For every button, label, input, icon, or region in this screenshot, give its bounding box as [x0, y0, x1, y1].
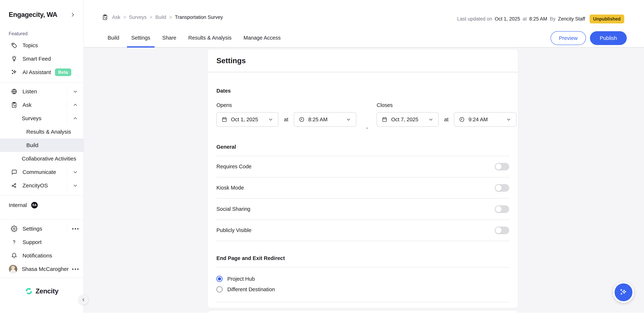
sidebar-item-settings[interactable]: Settings	[0, 222, 84, 235]
sidebar-item-notifications[interactable]: Notifications	[0, 249, 84, 262]
chat-bubble-icon	[11, 169, 18, 175]
sidebar-item-label: Results & Analysis	[26, 129, 71, 135]
ellipsis-icon	[72, 228, 78, 229]
divider	[0, 278, 84, 278]
ai-assistant-fab[interactable]	[613, 282, 634, 303]
radio-different-destination[interactable]: Different Destination	[216, 284, 509, 295]
sidebar-collapse-button[interactable]	[78, 295, 88, 305]
survey-tabs: Build Settings Share Results & Analysis …	[103, 35, 285, 48]
tab-settings[interactable]: Settings	[127, 35, 155, 48]
tab-results-analysis[interactable]: Results & Analysis	[184, 35, 236, 48]
kiosk-mode-toggle[interactable]	[495, 184, 509, 192]
requires-code-toggle[interactable]	[495, 163, 509, 170]
sparkles-icon	[11, 69, 18, 76]
breadcrumb-surveys[interactable]: Surveys	[129, 15, 147, 20]
sidebar-item-user[interactable]: Shasa McCarogher	[0, 262, 84, 276]
settings-card-header: Settings	[208, 49, 518, 72]
opens-date-select[interactable]: Oct 1, 2025	[216, 112, 278, 127]
at-label: at	[284, 117, 288, 123]
chevron-up-icon[interactable]	[67, 114, 84, 123]
sidebar-item-label: AI Assistant	[22, 69, 51, 75]
toggle-label: Kiosk Mode	[216, 185, 244, 191]
bell-icon	[11, 252, 18, 259]
divider	[216, 302, 509, 302]
closes-date-select[interactable]: Oct 7, 2025	[376, 112, 439, 127]
content-area: Settings Dates Opens Oct 1, 2025	[84, 48, 644, 313]
sidebar-item-ask[interactable]: Ask	[0, 98, 84, 112]
user-more-button[interactable]	[67, 264, 84, 274]
tab-share[interactable]: Share	[158, 35, 180, 48]
main-area: Ask > Surveys > Build > Transportation S…	[84, 0, 644, 313]
tab-build[interactable]: Build	[103, 35, 124, 48]
closes-label: Closes	[376, 102, 516, 108]
sidebar-item-results-analysis[interactable]: Results & Analysis	[0, 125, 84, 139]
zencity-logo-mark	[25, 287, 33, 295]
sidebar-item-support[interactable]: Support	[0, 235, 84, 249]
sidebar-item-label: Topics	[22, 42, 38, 49]
chevron-up-icon[interactable]	[67, 100, 84, 110]
sidebar-item-zencityos[interactable]: ZencityOS	[0, 179, 84, 192]
dates-heading: Dates	[216, 88, 509, 94]
chevron-down-icon	[346, 117, 351, 122]
sidebar-item-ai-assistant[interactable]: AI Assistant Beta	[0, 66, 84, 79]
chevron-down-icon[interactable]	[67, 167, 84, 177]
sidebar-item-label: Notifications	[22, 252, 52, 259]
publish-button[interactable]: Publish	[590, 31, 627, 45]
preview-button[interactable]: Preview	[550, 31, 586, 45]
chevron-down-icon[interactable]	[67, 181, 84, 190]
featured-section-label: Featured	[0, 31, 84, 37]
sidebar-item-smart-feed[interactable]: Smart Feed	[0, 52, 84, 66]
globe-icon	[11, 88, 18, 95]
closes-group: Closes Oct 7, 2025 at	[376, 102, 516, 127]
divider	[0, 219, 84, 220]
org-switcher[interactable]: Engagecity, WA	[0, 9, 84, 21]
opens-time-select[interactable]: 8:25 AM	[294, 112, 356, 127]
chevron-down-icon[interactable]	[67, 87, 84, 96]
publicly-visible-toggle[interactable]	[495, 227, 509, 234]
meta-at: at	[523, 16, 527, 22]
chevron-down-icon	[268, 117, 274, 122]
closes-date-value: Oct 7, 2025	[391, 117, 418, 123]
sidebar-item-label: Support	[22, 239, 42, 245]
breadcrumb-ask[interactable]: Ask	[112, 15, 120, 20]
tab-manage-access[interactable]: Manage Access	[239, 35, 285, 48]
next-card-partial	[208, 311, 518, 313]
breadcrumb-build[interactable]: Build	[155, 15, 166, 20]
meta-prefix: Last updated on	[457, 16, 492, 22]
sidebar: Engagecity, WA Featured Topics Smart Fee…	[0, 0, 84, 313]
tag-icon	[11, 42, 18, 49]
sidebar-item-collaborative-activities[interactable]: Collaborative Activities	[0, 152, 84, 165]
radio-unselected-icon	[216, 286, 222, 292]
toggle-label: Publicly Visible	[216, 227, 252, 233]
toggle-row-publicly-visible: Publicly Visible	[216, 220, 509, 241]
breadcrumb-separator: >	[123, 15, 126, 20]
status-badge: Unpublished	[590, 15, 624, 24]
beta-badge: Beta	[55, 69, 71, 76]
sidebar-item-topics[interactable]: Topics	[0, 39, 84, 52]
sidebar-item-communicate[interactable]: Communicate	[0, 165, 84, 179]
closes-time-select[interactable]: 9:24 AM	[454, 112, 516, 127]
radio-label: Project Hub	[227, 276, 255, 282]
settings-more-button[interactable]	[67, 224, 84, 233]
divider	[216, 267, 509, 267]
network-icon	[11, 182, 18, 189]
divider	[0, 196, 84, 196]
sidebar-item-label: Surveys	[22, 115, 41, 121]
lightbulb-icon	[11, 56, 18, 62]
sidebar-item-listen[interactable]: Listen	[0, 85, 84, 98]
sidebar-item-label: Build	[26, 142, 38, 148]
toggle-row-requires-code: Requires Code	[216, 156, 509, 177]
breadcrumb-separator: >	[169, 15, 172, 20]
internal-workspace[interactable]: Internal SA	[0, 198, 84, 212]
toggle-label: Social Sharing	[216, 206, 250, 212]
sidebar-item-label: Collaborative Activities	[22, 156, 76, 162]
sidebar-item-build[interactable]: Build	[0, 139, 84, 152]
page-title: Settings	[216, 57, 246, 65]
date-range-separator: -	[366, 125, 368, 131]
user-avatar	[9, 265, 18, 273]
sidebar-item-label: Communicate	[22, 169, 56, 175]
breadcrumb: Ask > Surveys > Build > Transportation S…	[102, 14, 223, 20]
radio-project-hub[interactable]: Project Hub	[216, 274, 509, 284]
social-sharing-toggle[interactable]	[495, 205, 509, 213]
sidebar-item-surveys[interactable]: Surveys	[0, 112, 84, 125]
